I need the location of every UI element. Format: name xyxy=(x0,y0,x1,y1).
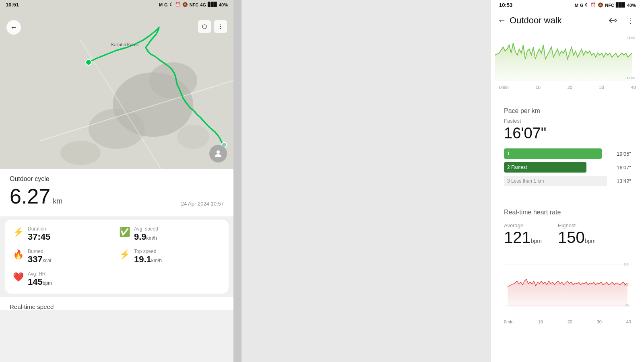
header-back-button[interactable]: ← xyxy=(497,15,506,26)
stat-avg-speed: ✅ Avg. speed 9.9km/h xyxy=(119,226,221,242)
svg-point-8 xyxy=(86,60,91,65)
stat-top-speed: ⚡ Top speed 19.1km/h xyxy=(119,249,221,265)
hr-average: Average 121bpm xyxy=(504,222,542,246)
status-icons-right: M G ☾ ⏰ 🔕 NFC ▊▊▊ 40% xyxy=(575,2,636,8)
map-area: ← Kallahti Kalvik ⬡ ⋮ xyxy=(0,0,233,169)
right-content[interactable]: 24'00 41'00 0min 10 xyxy=(491,31,644,362)
svg-point-3 xyxy=(89,109,145,149)
stat-avg-hr: ❤️ Avg. HR 145bpm xyxy=(13,271,114,287)
top-speed-value: 19.1km/h xyxy=(134,254,162,265)
share-icon-button[interactable] xyxy=(605,13,620,28)
stats-grid: ⚡ Duration 37:45 ✅ Avg. speed 9.9km/h 🔥 … xyxy=(5,220,229,294)
app-header: ← Outdoor walk ⋮ xyxy=(491,10,644,31)
middle-divider xyxy=(233,0,242,362)
back-button[interactable]: ← xyxy=(6,20,21,35)
header-title: Outdoor walk xyxy=(510,15,602,26)
distance-value: 6.27 xyxy=(10,186,50,207)
hr-highest: Highest 150bpm xyxy=(558,222,596,246)
duration-value: 37:45 xyxy=(28,232,50,242)
pace-bar-track-2: 2 Fastest xyxy=(504,162,607,173)
avg-hr-label: Avg. HR xyxy=(28,271,52,277)
right-phone: 10:53 M G ☾ ⏰ 🔕 NFC ▊▊▊ 40% ← Outdoor wa… xyxy=(491,0,644,362)
pace-bar-track-1: 1 xyxy=(504,148,607,159)
svg-point-10 xyxy=(217,150,220,154)
pace-bar-time-1: 19'05" xyxy=(611,151,631,157)
avg-hr-icon: ❤️ xyxy=(13,272,24,282)
top-speed-label: Top speed xyxy=(134,249,162,254)
left-panel: 10:51 M G ☾ ⏰ 🔕 NFC 4G ▊▊▊ 40% xyxy=(0,0,233,362)
top-speed-icon: ⚡ xyxy=(119,249,130,260)
status-bar-left: 10:51 M G ☾ ⏰ 🔕 NFC 4G ▊▊▊ 40% xyxy=(0,0,233,9)
svg-point-2 xyxy=(149,62,197,99)
time-right: 10:53 xyxy=(499,2,512,8)
stat-duration: ⚡ Duration 37:45 xyxy=(13,226,114,242)
svg-text:24'00: 24'00 xyxy=(626,36,635,40)
svg-point-5 xyxy=(177,125,209,149)
pace-bar-fill-1: 1 xyxy=(504,148,602,159)
pace-bar-fill-3: 3 Less than 1 km xyxy=(504,176,607,186)
pace-bar-track-3: 3 Less than 1 km xyxy=(504,176,607,186)
duration-label: Duration xyxy=(28,226,50,232)
workout-title: Outdoor cycle xyxy=(10,175,224,183)
hr-chart-x-labels: 0min 10 20 30 40 xyxy=(504,319,631,324)
real-time-speed-section: Real-time speed xyxy=(0,297,233,310)
pace-chart-section: 24'00 41'00 0min 10 xyxy=(491,31,644,96)
pace-section: Pace per km Fastest 16'07" 1 19'05" xyxy=(496,99,639,197)
pace-bar-row-2: 2 Fastest 16'07" xyxy=(504,162,631,173)
hr-stats: Average 121bpm Highest 150bpm xyxy=(504,222,631,246)
distance-unit: km xyxy=(53,197,62,206)
workout-card: Outdoor cycle 6.27 km 24 Apr 2024 10:57 xyxy=(0,169,233,216)
status-icons-left: M G ☾ ⏰ 🔕 NFC 4G ▊▊▊ 40% xyxy=(159,2,228,7)
avatar-button[interactable] xyxy=(209,145,227,162)
hr-avg-value: 121bpm xyxy=(504,228,542,246)
fastest-label: Fastest xyxy=(504,118,631,124)
burned-label: Burned xyxy=(28,249,51,254)
pace-bar-row-3: 3 Less than 1 km 13'42" xyxy=(504,176,631,186)
pace-bar-time-2: 16'07" xyxy=(611,165,631,171)
pace-bar-row-1: 1 19'05" xyxy=(504,148,631,159)
more-options-button[interactable]: ⋮ xyxy=(623,13,638,28)
svg-text:160: 160 xyxy=(623,262,629,266)
avg-speed-value: 9.9km/h xyxy=(134,232,158,242)
hr-high-label: Highest xyxy=(558,222,596,228)
stat-burned: 🔥 Burned 337kcal xyxy=(13,249,114,265)
pace-bar-time-3: 13'42" xyxy=(611,178,631,184)
heart-rate-section: Real-time heart rate Average 121bpm High… xyxy=(496,201,639,325)
fastest-value: 16'07" xyxy=(504,125,631,142)
map-toolbar: ← Kallahti Kalvik xyxy=(0,20,233,35)
hr-title: Real-time heart rate xyxy=(504,209,631,216)
avg-speed-icon: ✅ xyxy=(119,227,130,237)
svg-point-4 xyxy=(60,141,101,165)
duration-icon: ⚡ xyxy=(13,227,24,237)
avg-speed-label: Avg. speed xyxy=(134,226,158,232)
avg-hr-value: 145bpm xyxy=(28,277,52,287)
hr-avg-label: Average xyxy=(504,222,542,228)
pace-section-title: Pace per km xyxy=(504,107,631,115)
time-left: 10:51 xyxy=(6,2,19,8)
hr-chart-area: 160 100 40 0m xyxy=(504,253,631,317)
header-actions: ⋮ xyxy=(605,13,638,28)
map-location-label: Kallahti Kalvik xyxy=(111,42,138,47)
burned-icon: 🔥 xyxy=(13,249,24,260)
right-outer: 10:53 M G ☾ ⏰ 🔕 NFC ▊▊▊ 40% ← Outdoor wa… xyxy=(242,0,644,362)
status-bar-right: 10:53 M G ☾ ⏰ 🔕 NFC ▊▊▊ 40% xyxy=(491,0,644,10)
workout-distance: 6.27 km 24 Apr 2024 10:57 xyxy=(10,186,224,207)
pace-chart-x-labels: 0min 10 20 30 40 xyxy=(491,85,644,90)
burned-value: 337kcal xyxy=(28,254,51,265)
pace-bar-fill-2: 2 Fastest xyxy=(504,162,586,173)
workout-date: 24 Apr 2024 10:57 xyxy=(181,201,224,207)
hr-high-value: 150bpm xyxy=(558,228,596,246)
